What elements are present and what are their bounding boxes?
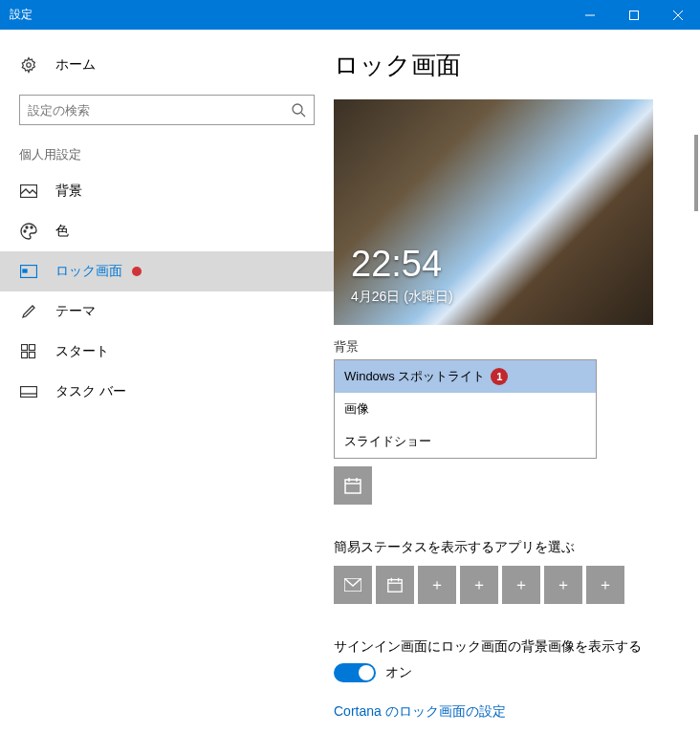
sidebar: ホーム 個人用設定 背景 色 ロック画面 テーマ スタート (0, 30, 334, 733)
search-input-wrapper[interactable] (19, 95, 315, 125)
page-title: ロック画面 (334, 49, 671, 82)
svg-rect-16 (30, 353, 35, 358)
quick-status-tile-add[interactable]: ＋ (460, 566, 498, 604)
option-label: Windows スポットライト (344, 368, 485, 385)
window-title: 設定 (0, 7, 568, 23)
svg-rect-19 (345, 480, 361, 493)
calendar-icon (386, 576, 404, 593)
preview-time: 22:54 (351, 244, 442, 285)
option-label: スライドショー (344, 433, 431, 450)
scrollbar-thumb[interactable] (694, 135, 698, 211)
svg-rect-15 (22, 353, 28, 358)
plus-icon: ＋ (471, 575, 487, 595)
quick-status-tile-add[interactable]: ＋ (544, 566, 582, 604)
plus-icon: ＋ (598, 575, 613, 595)
lock-screen-icon (19, 265, 38, 278)
quick-status-tiles: ＋ ＋ ＋ ＋ ＋ (334, 566, 671, 604)
search-input[interactable] (28, 103, 291, 118)
nav-background[interactable]: 背景 (0, 171, 334, 211)
dropdown-option-picture[interactable]: 画像 (335, 393, 596, 425)
dropdown-option-slideshow[interactable]: スライドショー (335, 425, 596, 458)
quick-status-tile-add[interactable]: ＋ (586, 566, 624, 604)
nav-label: ロック画面 (55, 263, 122, 280)
background-label: 背景 (334, 338, 671, 356)
picture-icon (19, 184, 38, 198)
brush-icon (19, 303, 38, 320)
dropdown-option-spotlight[interactable]: Windows スポットライト 1 (335, 360, 596, 393)
svg-rect-12 (23, 269, 27, 272)
detailed-status-app-tile[interactable] (334, 466, 372, 505)
svg-rect-13 (22, 345, 28, 351)
plus-icon: ＋ (556, 575, 571, 595)
calendar-icon (343, 476, 362, 495)
quick-status-tile-add[interactable]: ＋ (418, 566, 456, 604)
plus-icon: ＋ (514, 575, 529, 595)
cortana-settings-link[interactable]: Cortana のロック画面の設定 (334, 703, 671, 721)
search-icon (291, 102, 306, 118)
svg-point-8 (24, 230, 26, 232)
content-area: ロック画面 22:54 4月26日 (水曜日) 背景 Windows スポットラ… (334, 30, 700, 733)
nav-label: テーマ (55, 303, 96, 320)
svg-point-10 (31, 226, 33, 228)
start-icon (19, 344, 38, 359)
svg-point-4 (27, 63, 32, 68)
svg-point-9 (26, 226, 28, 228)
sidebar-section-title: 個人用設定 (0, 146, 334, 171)
window-titlebar: 設定 (0, 0, 700, 30)
preview-date: 4月26日 (水曜日) (351, 289, 453, 306)
lock-screen-preview: 22:54 4月26日 (水曜日) (334, 99, 653, 325)
attention-dot-icon (132, 267, 142, 276)
nav-taskbar[interactable]: タスク バー (0, 372, 334, 412)
quick-status-tile-calendar[interactable] (376, 566, 414, 604)
svg-rect-1 (630, 11, 639, 19)
background-dropdown[interactable]: Windows スポットライト 1 画像 スライドショー (334, 359, 597, 459)
taskbar-icon (19, 386, 38, 398)
nav-label: 色 (55, 223, 69, 240)
svg-rect-14 (30, 345, 35, 351)
nav-label: 背景 (55, 183, 82, 200)
minimize-button[interactable] (568, 0, 612, 30)
nav-start[interactable]: スタート (0, 332, 334, 372)
quick-status-tile-add[interactable]: ＋ (502, 566, 540, 604)
svg-point-5 (293, 104, 302, 114)
palette-icon (19, 223, 38, 240)
mail-icon (344, 578, 361, 592)
maximize-button[interactable] (612, 0, 656, 30)
signin-bg-label: サインイン画面にロック画面の背景画像を表示する (334, 638, 671, 656)
home-button[interactable]: ホーム (0, 49, 334, 81)
nav-lock-screen[interactable]: ロック画面 (0, 251, 334, 291)
annotation-badge-1: 1 (491, 368, 508, 385)
gear-icon (19, 56, 38, 74)
nav-themes[interactable]: テーマ (0, 291, 334, 332)
nav-colors[interactable]: 色 (0, 211, 334, 251)
nav-label: スタート (55, 343, 109, 360)
close-button[interactable] (656, 0, 700, 30)
toggle-state-label: オン (385, 664, 412, 681)
home-label: ホーム (55, 56, 96, 74)
nav-label: タスク バー (55, 383, 126, 400)
svg-line-6 (301, 113, 305, 117)
quick-status-label: 簡易ステータスを表示するアプリを選ぶ (334, 539, 671, 556)
svg-rect-17 (21, 387, 37, 398)
signin-bg-toggle[interactable] (334, 663, 376, 682)
svg-rect-24 (388, 580, 402, 593)
plus-icon: ＋ (429, 575, 445, 595)
option-label: 画像 (344, 400, 369, 418)
quick-status-tile-mail[interactable] (334, 566, 372, 604)
